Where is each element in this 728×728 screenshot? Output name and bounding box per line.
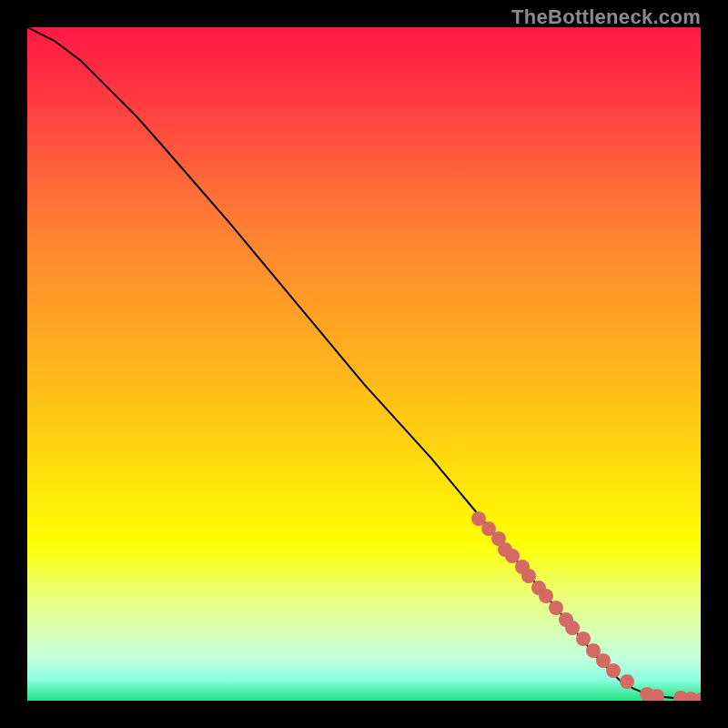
data-point <box>620 674 634 689</box>
data-point <box>576 632 591 646</box>
curve-layer <box>27 27 701 701</box>
plot-area <box>27 27 701 701</box>
chart-container: TheBottleneck.com <box>0 0 728 728</box>
watermark-text: TheBottleneck.com <box>511 5 701 29</box>
data-point <box>650 689 664 701</box>
bottleneck-curve <box>27 27 701 700</box>
data-point <box>606 663 621 678</box>
